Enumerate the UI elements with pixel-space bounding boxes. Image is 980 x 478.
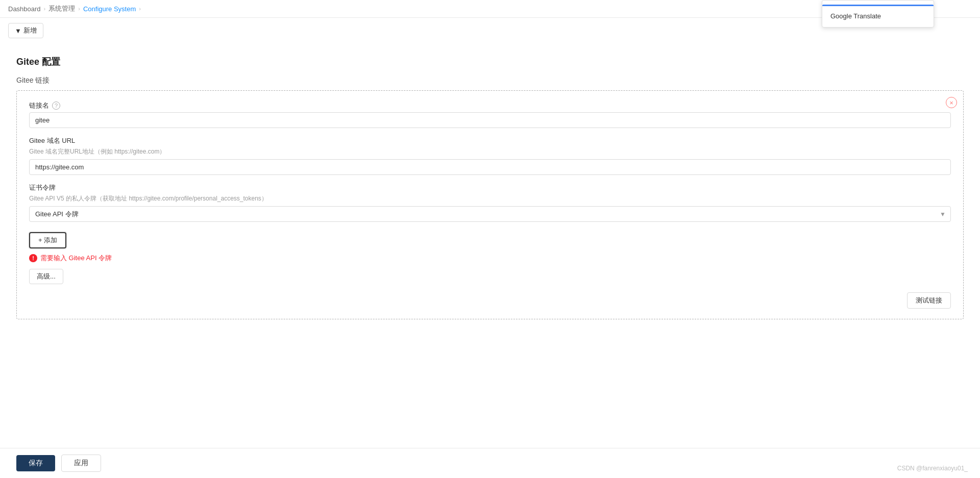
close-button[interactable]: × xyxy=(946,97,957,108)
advanced-button-label: 高级... xyxy=(37,272,56,281)
token-hint: Gitee API V5 的私人令牌（获取地址 https://gitee.co… xyxy=(29,194,951,203)
connection-name-group: 链接名 ? xyxy=(29,101,951,128)
breadcrumb-sep-3: › xyxy=(139,6,141,12)
breadcrumb-configure[interactable]: Configure System xyxy=(83,5,136,13)
token-label: 证书令牌 xyxy=(29,183,951,192)
breadcrumb-sep-2: › xyxy=(78,6,80,12)
domain-url-input[interactable] xyxy=(29,159,951,175)
translate-popup: Google Translate xyxy=(822,0,934,28)
domain-url-label: Gitee 域名 URL xyxy=(29,136,951,145)
domain-url-hint: Gitee 域名完整URL地址（例如 https://gitee.com） xyxy=(29,147,951,156)
test-connection-button[interactable]: 测试链接 xyxy=(907,292,951,309)
save-button[interactable]: 保存 xyxy=(16,455,55,460)
add-button[interactable]: + 添加 xyxy=(29,232,66,248)
connection-name-label: 链接名 ? xyxy=(29,101,951,110)
token-group: 证书令牌 Gitee API V5 的私人令牌（获取地址 https://git… xyxy=(29,183,951,222)
advanced-section: 高级... xyxy=(29,263,951,284)
add-button-label: + 添加 xyxy=(38,236,57,245)
test-connection-area: 测试链接 xyxy=(29,284,951,309)
config-card: × 链接名 ? Gitee 域名 URL Gitee 域名完整URL地址（例如 … xyxy=(16,90,964,319)
help-icon[interactable]: ? xyxy=(52,102,60,110)
token-select-wrapper: Gitee API 令牌 ▼ xyxy=(29,206,951,222)
breadcrumb-sep-1: › xyxy=(44,6,46,12)
new-button-label: 新增 xyxy=(23,26,37,35)
breadcrumb-system[interactable]: 系统管理 xyxy=(48,4,75,13)
section-title: Gitee 配置 xyxy=(16,56,964,68)
domain-url-group: Gitee 域名 URL Gitee 域名完整URL地址（例如 https://… xyxy=(29,136,951,175)
apply-button[interactable]: 应用 xyxy=(61,455,101,460)
connection-name-input[interactable] xyxy=(29,112,951,128)
token-select[interactable]: Gitee API 令牌 xyxy=(29,206,951,222)
google-translate-item[interactable]: Google Translate xyxy=(822,9,934,23)
error-icon: ! xyxy=(29,254,37,262)
bottom-bar: 保存 应用 xyxy=(0,448,980,460)
breadcrumb: Dashboard › 系统管理 › Configure System › Go… xyxy=(0,0,980,18)
main-content: Gitee 配置 Gitee 链接 × 链接名 ? Gitee 域名 URL G… xyxy=(0,43,980,460)
new-button[interactable]: ▼ 新增 xyxy=(8,23,43,38)
error-message-container: ! 需要输入 Gitee API 令牌 xyxy=(29,254,951,263)
test-connection-label: 测试链接 xyxy=(916,296,942,305)
connection-label: Gitee 链接 xyxy=(16,76,964,85)
advanced-button[interactable]: 高级... xyxy=(29,269,63,284)
breadcrumb-dashboard[interactable]: Dashboard xyxy=(8,5,41,13)
error-message-text: 需要输入 Gitee API 令牌 xyxy=(40,254,112,263)
translate-popup-bar xyxy=(822,5,934,6)
new-button-icon: ▼ xyxy=(15,27,21,35)
